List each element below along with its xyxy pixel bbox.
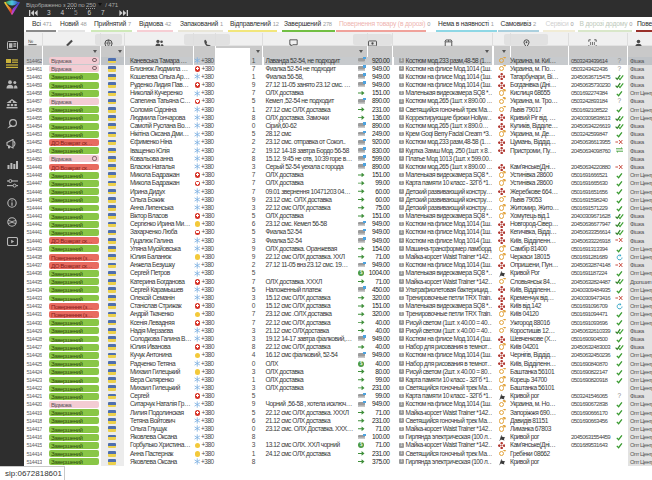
svg-text:№: № [28,39,33,44]
